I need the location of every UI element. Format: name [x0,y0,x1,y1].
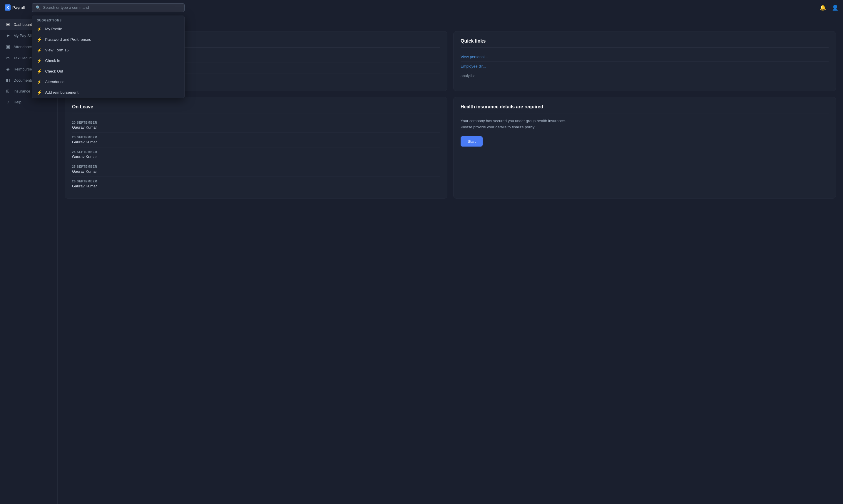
leave-name: Gaurav Kumar [72,184,440,188]
user-icon[interactable]: 👤 [832,4,838,11]
on-leave-title: On Leave [72,104,440,113]
notification-icon[interactable]: 🔔 [820,4,826,11]
dropdown-item-label: Add reimbursement [45,90,78,94]
search-icon: 🔍 [36,5,40,10]
search-container: 🔍 [32,3,185,12]
lightning-icon: ⚡ [37,48,41,53]
dropdown-section-label: SUGGESTIONS [32,16,184,24]
leave-date: 20 SEPTEMBER [72,121,440,124]
search-dropdown: SUGGESTIONS ⚡ My Profile ⚡ Password and … [32,16,185,98]
leave-date: 23 SEPTEMBER [72,136,440,139]
logo-icon: X [5,4,11,11]
logo: X Payroll [5,4,25,11]
topnav-right: 🔔 👤 [820,4,838,11]
dropdown-item-view-form-16[interactable]: ⚡ View Form 16 [32,45,184,55]
sidebar-item-label: Dashboard [14,22,32,27]
quick-links-card: Quick links View personal... Employee di… [453,31,836,91]
quick-links-title: Quick links [461,38,829,48]
leave-name: Gaurav Kumar [72,125,440,129]
dropdown-item-label: View Form 16 [45,48,69,52]
lightning-icon: ⚡ [37,37,41,42]
tax-icon: ✂ [5,55,11,60]
dropdown-item-check-out[interactable]: ⚡ Check Out [32,66,184,77]
quick-link-analytics[interactable]: analytics [461,71,829,80]
sidebar-item-label: Help [14,100,21,104]
dropdown-item-label: Check In [45,58,60,63]
lightning-icon: ⚡ [37,27,41,32]
leave-name: Gaurav Kumar [72,169,440,174]
dropdown-item-add-reimbursement[interactable]: ⚡ Add reimbursement [32,87,184,98]
logo-text: Payroll [12,5,25,10]
sidebar-item-label: Attendance [14,44,33,49]
start-button[interactable]: Start [461,136,482,147]
search-wrapper: 🔍 SUGGESTIONS ⚡ My Profile ⚡ Password an… [32,3,185,12]
topnav: X Payroll 🔍 SUGGESTIONS ⚡ My Profile ⚡ P… [0,0,843,15]
dropdown-item-attendance[interactable]: ⚡ Attendance [32,77,184,87]
leave-entry-5: 26 SEPTEMBER Gaurav Kumar [72,177,440,191]
sidebar-item-label: Documents [14,78,33,83]
leave-entry-2: 23 SEPTEMBER Gaurav Kumar [72,133,440,147]
health-insurance-title: Health insurance details are required [461,104,829,113]
health-insurance-description: Your company has secured you under group… [461,118,829,130]
insurance-icon: ⛨ [5,89,11,94]
quick-link-employee-dir[interactable]: Employee dir... [461,62,829,71]
leave-name: Gaurav Kumar [72,140,440,144]
health-insurance-card: Health insurance details are required Yo… [453,97,836,199]
pay-slips-icon: ➤ [5,33,11,38]
documents-icon: ◧ [5,77,11,83]
leave-date: 25 SEPTEMBER [72,165,440,168]
leave-date: 24 SEPTEMBER [72,150,440,154]
lightning-icon: ⚡ [37,69,41,74]
help-icon: ? [5,100,11,105]
leave-entry-3: 24 SEPTEMBER Gaurav Kumar [72,147,440,162]
dropdown-item-label: Password and Preferences [45,37,91,42]
dropdown-item-label: Attendance [45,79,64,84]
attendance-icon: ▣ [5,44,11,49]
lightning-icon: ⚡ [37,90,41,95]
leave-name: Gaurav Kumar [72,155,440,159]
leave-entry-1: 20 SEPTEMBER Gaurav Kumar [72,118,440,133]
dropdown-item-check-in[interactable]: ⚡ Check In [32,55,184,66]
bottom-cards-row: On Leave 20 SEPTEMBER Gaurav Kumar 23 SE… [65,97,836,199]
dropdown-item-my-profile[interactable]: ⚡ My Profile [32,24,184,34]
leave-date: 26 SEPTEMBER [72,180,440,183]
dropdown-item-label: My Profile [45,27,62,31]
search-input[interactable] [43,5,181,10]
lightning-icon: ⚡ [37,79,41,84]
leave-entry-4: 25 SEPTEMBER Gaurav Kumar [72,162,440,177]
sidebar-item-help[interactable]: ? Help [0,97,57,108]
lightning-icon: ⚡ [37,58,41,63]
dropdown-item-label: Check Out [45,69,63,73]
dropdown-item-password-preferences[interactable]: ⚡ Password and Preferences [32,34,184,45]
on-leave-card: On Leave 20 SEPTEMBER Gaurav Kumar 23 SE… [65,97,447,199]
quick-link-view-personal[interactable]: View personal... [461,52,829,62]
dashboard-icon: ⊞ [5,22,11,27]
reimbursements-icon: ◈ [5,66,11,72]
sidebar-item-label: Insurance [14,89,30,93]
